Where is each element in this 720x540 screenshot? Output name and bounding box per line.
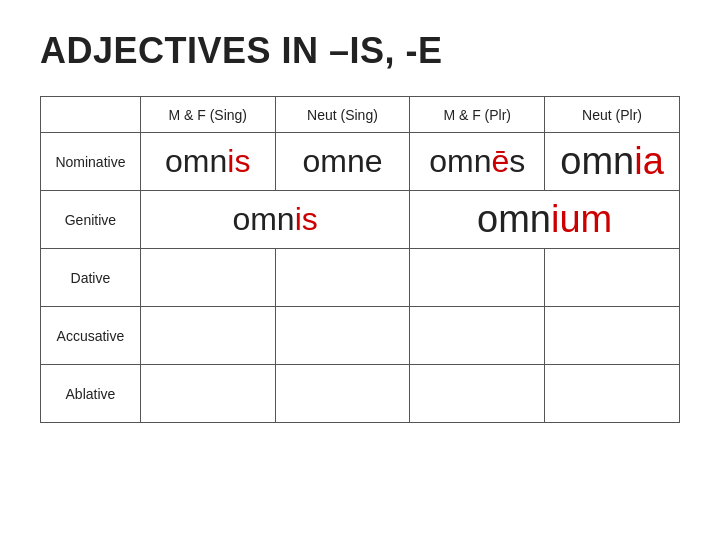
table-row-nominative: Nominative omnis omne omnēs omnia (41, 133, 680, 191)
table-row-dative: Dative (41, 249, 680, 307)
accusative-mf-plr (410, 307, 545, 365)
accusative-neut-plr (545, 307, 680, 365)
nominative-neut-plr-text: omnia (560, 140, 664, 182)
header-mf-plr: M & F (Plr) (410, 97, 545, 133)
genitive-plr-text: omnium (477, 198, 612, 240)
table-row-genitive: Genitive omnis omnium (41, 191, 680, 249)
dative-neut-sing (275, 249, 410, 307)
ablative-mf-plr (410, 365, 545, 423)
accusative-mf-sing (140, 307, 275, 365)
header-mf-sing: M & F (Sing) (140, 97, 275, 133)
label-ablative: Ablative (41, 365, 141, 423)
declension-table: M & F (Sing) Neut (Sing) M & F (Plr) Neu… (40, 96, 680, 423)
nominative-mf-plr-text: omnēs (429, 143, 525, 179)
genitive-sing-span: omnis (140, 191, 409, 249)
dative-mf-plr (410, 249, 545, 307)
label-accusative: Accusative (41, 307, 141, 365)
header-empty-cell (41, 97, 141, 133)
table-header-row: M & F (Sing) Neut (Sing) M & F (Plr) Neu… (41, 97, 680, 133)
page-title: ADJECTIVES IN –IS, -E (40, 30, 443, 72)
genitive-sing-text: omnis (232, 201, 317, 237)
ablative-neut-plr (545, 365, 680, 423)
table-row-accusative: Accusative (41, 307, 680, 365)
nominative-neut-sing: omne (275, 133, 410, 191)
label-genitive: Genitive (41, 191, 141, 249)
header-neut-sing: Neut (Sing) (275, 97, 410, 133)
accusative-neut-sing (275, 307, 410, 365)
nominative-mf-sing: omnis (140, 133, 275, 191)
label-nominative: Nominative (41, 133, 141, 191)
ablative-neut-sing (275, 365, 410, 423)
dative-mf-sing (140, 249, 275, 307)
dative-neut-plr (545, 249, 680, 307)
genitive-plr-span: omnium (410, 191, 680, 249)
ablative-mf-sing (140, 365, 275, 423)
nominative-mf-plr: omnēs (410, 133, 545, 191)
table-row-ablative: Ablative (41, 365, 680, 423)
nominative-neut-sing-text: omne (302, 143, 382, 179)
label-dative: Dative (41, 249, 141, 307)
header-neut-plr: Neut (Plr) (545, 97, 680, 133)
nominative-neut-plr: omnia (545, 133, 680, 191)
nominative-mf-sing-text: omnis (165, 143, 250, 179)
